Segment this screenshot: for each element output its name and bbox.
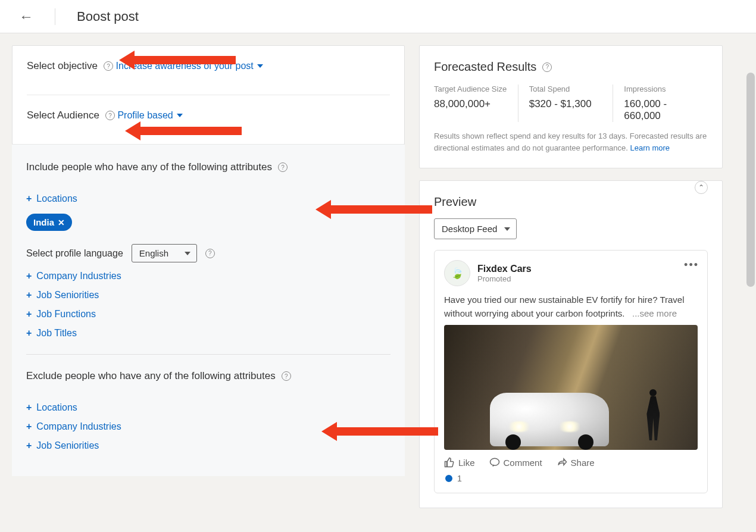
post-image[interactable] bbox=[444, 325, 698, 450]
help-icon[interactable]: ? bbox=[282, 371, 291, 381]
svg-point-0 bbox=[490, 458, 499, 465]
add-job-titles[interactable]: +Job Titles bbox=[26, 328, 77, 339]
chip-label: India bbox=[33, 217, 54, 227]
objective-dropdown[interactable]: Increase awareness of your post bbox=[116, 61, 263, 71]
metric-audience-label: Target Audience Size bbox=[434, 85, 507, 93]
help-icon[interactable]: ? bbox=[205, 249, 215, 258]
page-header: ← Boost post bbox=[0, 0, 756, 33]
metric-spend-label: Total Spend bbox=[529, 85, 602, 93]
promoted-label: Promoted bbox=[477, 274, 532, 283]
car-illustration bbox=[490, 393, 609, 446]
share-label: Share bbox=[571, 458, 595, 468]
attr-label: Job Titles bbox=[36, 328, 77, 339]
page-title: Boost post bbox=[77, 9, 139, 24]
attr-label: Job Seniorities bbox=[36, 440, 99, 451]
attr-label: Job Seniorities bbox=[36, 290, 99, 301]
objective-dropdown-value: Increase awareness of your post bbox=[116, 61, 254, 71]
like-label: Like bbox=[458, 458, 475, 468]
preview-title: Preview bbox=[434, 195, 708, 209]
profile-language-label: Select profile language bbox=[26, 248, 123, 259]
comment-label: Comment bbox=[504, 458, 542, 468]
exclude-job-seniorities[interactable]: +Job Seniorities bbox=[26, 440, 99, 451]
plus-icon: + bbox=[26, 193, 32, 204]
help-icon[interactable]: ? bbox=[104, 61, 113, 71]
help-icon[interactable]: ? bbox=[105, 111, 115, 120]
plus-icon: + bbox=[26, 440, 32, 451]
close-icon[interactable]: ✕ bbox=[58, 218, 65, 227]
divider bbox=[26, 354, 391, 355]
add-locations[interactable]: + Locations bbox=[26, 193, 77, 204]
help-icon[interactable]: ? bbox=[278, 162, 288, 172]
add-locations-label: Locations bbox=[36, 193, 77, 204]
metric-impressions-label: Impressions bbox=[624, 85, 697, 93]
attr-label: Job Functions bbox=[36, 309, 96, 320]
comment-button[interactable]: Comment bbox=[489, 457, 542, 468]
divider bbox=[55, 8, 55, 25]
reaction-badge-icon bbox=[444, 474, 454, 483]
exclude-company-industries[interactable]: +Company Industries bbox=[26, 421, 121, 432]
comment-icon bbox=[489, 457, 500, 468]
exclude-title-text: Exclude people who have any of the follo… bbox=[26, 370, 276, 382]
audience-title: Select Audience ? bbox=[27, 109, 115, 121]
exclude-title: Exclude people who have any of the follo… bbox=[26, 370, 291, 382]
post-menu-icon[interactable]: ••• bbox=[684, 259, 699, 271]
audience-dropdown-value: Profile based bbox=[117, 110, 173, 121]
objective-title: Select objective ? bbox=[27, 60, 113, 72]
audience-dropdown[interactable]: Profile based bbox=[117, 110, 182, 121]
back-arrow-icon[interactable]: ← bbox=[19, 10, 33, 24]
metric-audience-value: 88,000,000+ bbox=[434, 98, 507, 110]
forecast-disclaimer: Results shown reflect spend and key resu… bbox=[434, 130, 708, 154]
like-button[interactable]: Like bbox=[444, 457, 475, 468]
add-company-industries[interactable]: +Company Industries bbox=[26, 271, 121, 281]
help-icon[interactable]: ? bbox=[542, 62, 552, 72]
reactions-count: 1 bbox=[457, 474, 462, 483]
attr-label: Company Industries bbox=[36, 421, 121, 432]
plus-icon: + bbox=[26, 271, 32, 281]
chevron-down-icon bbox=[257, 64, 263, 68]
forecast-title-text: Forecasted Results bbox=[434, 60, 536, 74]
plus-icon: + bbox=[26, 290, 32, 301]
add-job-functions[interactable]: +Job Functions bbox=[26, 309, 96, 320]
scroll-up-button[interactable]: ⌃ bbox=[695, 181, 708, 194]
chevron-down-icon bbox=[177, 114, 183, 117]
include-title: Include people who have any of the follo… bbox=[26, 161, 288, 173]
preview-feed-value: Desktop Feed bbox=[442, 224, 497, 234]
preview-card: Preview Desktop Feed ⌃ ••• 🍃 Fixdex Cars… bbox=[419, 180, 723, 508]
include-title-text: Include people who have any of the follo… bbox=[26, 161, 272, 173]
headlight-glow bbox=[505, 421, 533, 432]
scrollbar[interactable] bbox=[746, 73, 755, 287]
attr-label: Company Industries bbox=[36, 271, 121, 281]
like-icon bbox=[444, 457, 455, 468]
metric-impressions-value: 160,000 - 660,000 bbox=[624, 98, 697, 122]
learn-more-link[interactable]: Learn more bbox=[630, 143, 670, 152]
chevron-down-icon bbox=[185, 252, 190, 255]
plus-icon: + bbox=[26, 309, 32, 320]
forecast-card: Forecasted Results ? Target Audience Siz… bbox=[419, 45, 723, 168]
chevron-down-icon bbox=[504, 227, 510, 231]
plus-icon: + bbox=[26, 402, 32, 413]
attr-label: Locations bbox=[36, 402, 77, 413]
location-chip-india[interactable]: India ✕ bbox=[26, 214, 72, 231]
objective-title-text: Select objective bbox=[27, 60, 98, 72]
post-preview: ••• 🍃 Fixdex Cars Promoted Have you trie… bbox=[434, 250, 708, 493]
share-button[interactable]: Share bbox=[557, 457, 595, 468]
plus-icon: + bbox=[26, 421, 32, 432]
post-author[interactable]: Fixdex Cars bbox=[477, 264, 532, 274]
plus-icon: + bbox=[26, 328, 32, 339]
exclude-locations[interactable]: +Locations bbox=[26, 402, 77, 413]
profile-language-select[interactable]: English bbox=[132, 244, 197, 262]
see-more-link[interactable]: ...see more bbox=[632, 308, 677, 318]
reactions-row[interactable]: 1 bbox=[444, 474, 698, 483]
audience-title-text: Select Audience bbox=[27, 109, 99, 121]
share-icon bbox=[557, 457, 567, 468]
pedestrian-illustration bbox=[644, 389, 662, 443]
profile-language-value: English bbox=[139, 248, 168, 258]
add-job-seniorities[interactable]: +Job Seniorities bbox=[26, 290, 99, 301]
preview-feed-select[interactable]: Desktop Feed bbox=[434, 218, 517, 239]
company-avatar[interactable]: 🍃 bbox=[444, 260, 470, 286]
metric-spend-value: $320 - $1,300 bbox=[529, 98, 602, 110]
